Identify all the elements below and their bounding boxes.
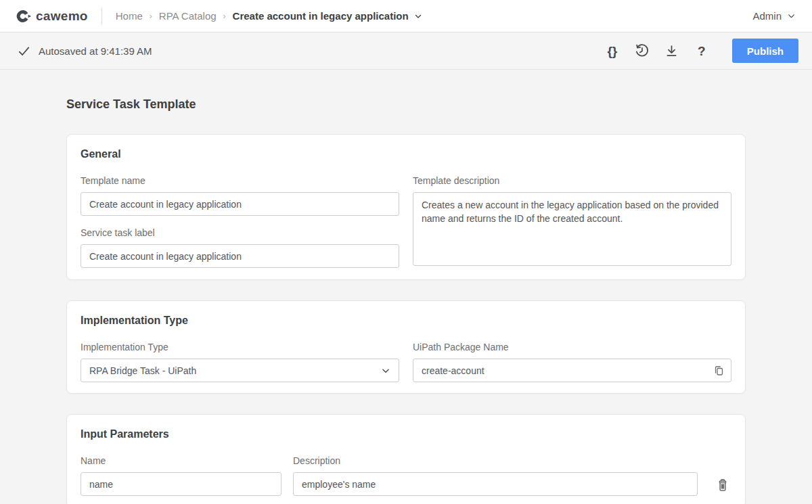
implementation-type-card: Implementation Type Implementation Type … <box>66 300 746 394</box>
service-task-label-input[interactable] <box>81 244 399 268</box>
implementation-type-label: Implementation Type <box>81 342 399 352</box>
chevron-down-icon <box>381 366 390 375</box>
input-parameters-card: Input Parameters Name Description <box>66 414 746 504</box>
copy-icon[interactable] <box>713 365 725 376</box>
code-braces-icon[interactable]: {} <box>602 41 623 61</box>
general-card: General Template name Service task label… <box>66 134 746 280</box>
implementation-type-value: RPA Bridge Task - UiPath <box>89 365 196 376</box>
navbar-divider <box>102 7 102 25</box>
parameter-name-input[interactable] <box>81 472 281 496</box>
trash-icon <box>715 478 730 492</box>
autosave-status: Autosaved at 9:41:39 AM <box>18 45 152 58</box>
publish-button[interactable]: Publish <box>732 39 798 63</box>
toolbar-actions: {} ? Publish <box>602 39 798 63</box>
parameter-description-label: Description <box>293 455 698 466</box>
help-icon[interactable]: ? <box>692 41 712 61</box>
uipath-package-name-label: UiPath Package Name <box>413 342 731 352</box>
template-name-label: Template name <box>81 175 399 186</box>
checkmark-icon <box>18 45 30 58</box>
page-title: Service Task Template <box>66 97 746 112</box>
implementation-type-select[interactable]: RPA Bridge Task - UiPath <box>81 359 399 382</box>
download-icon[interactable] <box>662 41 682 61</box>
uipath-package-name-input[interactable] <box>413 359 731 382</box>
implementation-type-heading: Implementation Type <box>81 315 731 327</box>
cawemo-logo-icon <box>16 9 31 24</box>
breadcrumb-rpa-catalog[interactable]: RPA Catalog <box>159 10 217 22</box>
delete-parameter-button[interactable] <box>715 478 730 492</box>
cawemo-logo-text: cawemo <box>36 9 88 24</box>
template-name-input[interactable] <box>81 192 399 216</box>
breadcrumb-current-label: Create account in legacy application <box>233 10 409 22</box>
cawemo-logo[interactable]: cawemo <box>16 9 88 24</box>
breadcrumb-home[interactable]: Home <box>116 10 143 22</box>
general-card-heading: General <box>81 148 731 160</box>
parameter-description-input[interactable] <box>293 472 698 496</box>
breadcrumb-separator-icon: › <box>150 12 152 21</box>
user-menu-label: Admin <box>752 10 782 22</box>
chevron-down-icon <box>414 12 422 20</box>
parameter-name-label: Name <box>81 455 281 466</box>
breadcrumb-separator-icon: › <box>223 12 226 21</box>
editor-toolbar: Autosaved at 9:41:39 AM {} ? Publish <box>0 32 812 70</box>
template-editor-content: Service Task Template General Template n… <box>0 70 812 504</box>
breadcrumb: Home › RPA Catalog › Create account in l… <box>116 10 422 22</box>
input-parameter-row: Name Description <box>81 455 731 496</box>
service-task-label-label: Service task label <box>81 227 399 238</box>
input-parameters-heading: Input Parameters <box>81 428 731 440</box>
chevron-down-icon <box>787 12 796 20</box>
user-menu[interactable]: Admin <box>752 10 796 22</box>
template-description-label: Template description <box>413 175 731 186</box>
breadcrumb-current-page[interactable]: Create account in legacy application <box>233 10 422 22</box>
top-navbar: cawemo Home › RPA Catalog › Create accou… <box>0 0 812 32</box>
template-description-textarea[interactable]: Creates a new account in the legacy appl… <box>413 192 731 266</box>
version-history-icon[interactable] <box>632 41 652 61</box>
autosave-status-text: Autosaved at 9:41:39 AM <box>39 45 152 57</box>
